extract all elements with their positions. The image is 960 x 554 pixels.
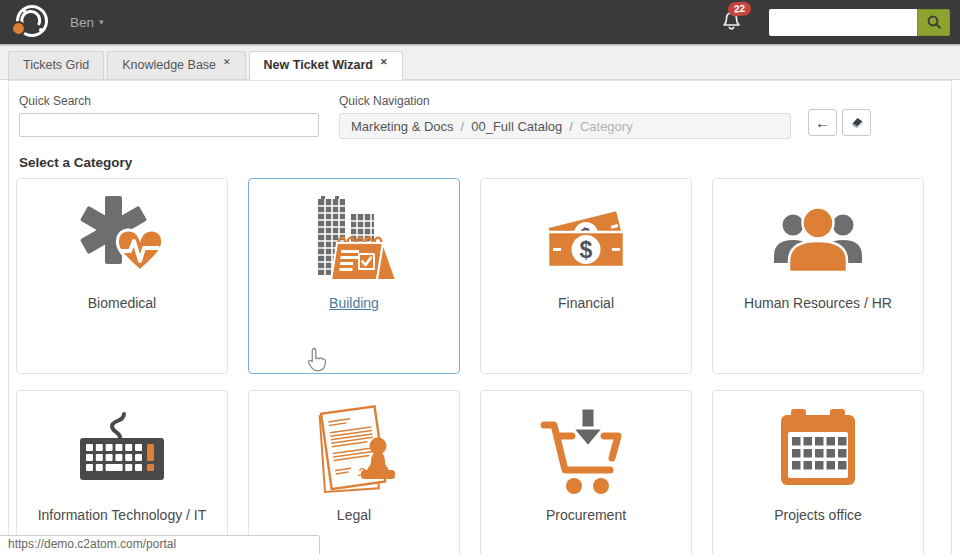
category-grid: Biomedical — [16, 178, 944, 554]
category-card-procurement[interactable]: Procurement — [480, 390, 692, 554]
quick-search-label: Quick Search — [19, 94, 91, 108]
breadcrumb-item-full-catalog[interactable]: 00_Full Catalog — [471, 119, 562, 134]
wizard-panel: Quick Search Quick Navigation Marketing … — [8, 80, 952, 554]
user-menu[interactable]: Ben ▾ — [70, 15, 104, 30]
quick-navigation-field: Quick Navigation Marketing & Docs / 00_F… — [339, 91, 791, 139]
quick-search-field: Quick Search — [19, 91, 319, 137]
tab-strip: Tickets Grid Knowledge Base✕ New Ticket … — [0, 44, 960, 80]
breadcrumb-separator: / — [569, 119, 573, 134]
category-card-biomedical[interactable]: Biomedical — [16, 178, 228, 374]
tab-knowledge-base[interactable]: Knowledge Base✕ — [107, 51, 245, 79]
category-card-projects-office[interactable]: Projects office — [712, 390, 924, 554]
category-label: Human Resources / HR — [738, 295, 898, 311]
notification-count-badge: 22 — [728, 1, 752, 17]
category-label: Legal — [331, 507, 377, 523]
arrow-left-icon: ← — [815, 115, 830, 130]
breadcrumb: Marketing & Docs / 00_Full Catalog / Cat… — [339, 113, 791, 139]
financial-icon: $ $ — [516, 190, 656, 290]
top-bar: Ben ▾ 22 — [0, 0, 960, 44]
nav-buttons: ← — [808, 109, 871, 136]
category-card-hr[interactable]: Human Resources / HR — [712, 178, 924, 374]
chevron-down-icon: ▾ — [99, 17, 104, 27]
category-card-financial[interactable]: $ $ Financial — [480, 178, 692, 374]
global-search-input[interactable] — [769, 9, 917, 36]
clear-button[interactable] — [842, 109, 871, 136]
search-icon — [926, 14, 942, 30]
tab-new-ticket-wizard[interactable]: New Ticket Wizard✕ — [249, 51, 403, 80]
it-icon — [52, 402, 192, 502]
close-icon[interactable]: ✕ — [223, 57, 231, 67]
breadcrumb-item-marketing-docs[interactable]: Marketing & Docs — [351, 119, 454, 134]
building-icon — [284, 190, 424, 290]
back-button[interactable]: ← — [808, 109, 837, 136]
c2atom-logo-icon — [10, 2, 50, 42]
svg-text:$: $ — [580, 237, 593, 263]
notifications-button[interactable]: 22 — [720, 9, 743, 36]
user-name: Ben — [70, 15, 94, 30]
close-icon[interactable]: ✕ — [380, 57, 388, 67]
quick-navigation-label: Quick Navigation — [339, 94, 430, 108]
quick-search-input[interactable] — [19, 113, 319, 137]
category-card-it[interactable]: Information Technology / IT — [16, 390, 228, 554]
page-title: Select a Category — [19, 155, 951, 170]
category-label: Building — [323, 295, 385, 311]
category-label: Information Technology / IT — [32, 507, 213, 523]
category-label: Financial — [552, 295, 620, 311]
category-label: Biomedical — [82, 295, 162, 311]
procurement-icon — [516, 402, 656, 502]
category-card-building[interactable]: Building — [248, 178, 460, 374]
category-label: Projects office — [768, 507, 868, 523]
toolbar-row: Quick Search Quick Navigation Marketing … — [9, 81, 951, 147]
breadcrumb-separator: / — [461, 119, 465, 134]
category-card-legal[interactable]: Legal — [248, 390, 460, 554]
hr-icon — [748, 190, 888, 290]
status-bar-url: https://demo.c2atom.com/portal — [0, 535, 320, 554]
eraser-icon — [849, 115, 865, 130]
breadcrumb-item-category: Category — [580, 119, 633, 134]
global-search — [769, 9, 950, 36]
search-button[interactable] — [917, 9, 950, 36]
biomedical-icon — [52, 190, 192, 290]
projects-office-icon — [748, 402, 888, 502]
tab-tickets-grid[interactable]: Tickets Grid — [8, 51, 104, 79]
tab-label: Tickets Grid — [23, 58, 89, 72]
category-label: Procurement — [540, 507, 632, 523]
legal-icon — [284, 402, 424, 502]
tab-label: New Ticket Wizard — [264, 58, 373, 72]
tab-label: Knowledge Base — [122, 58, 216, 72]
